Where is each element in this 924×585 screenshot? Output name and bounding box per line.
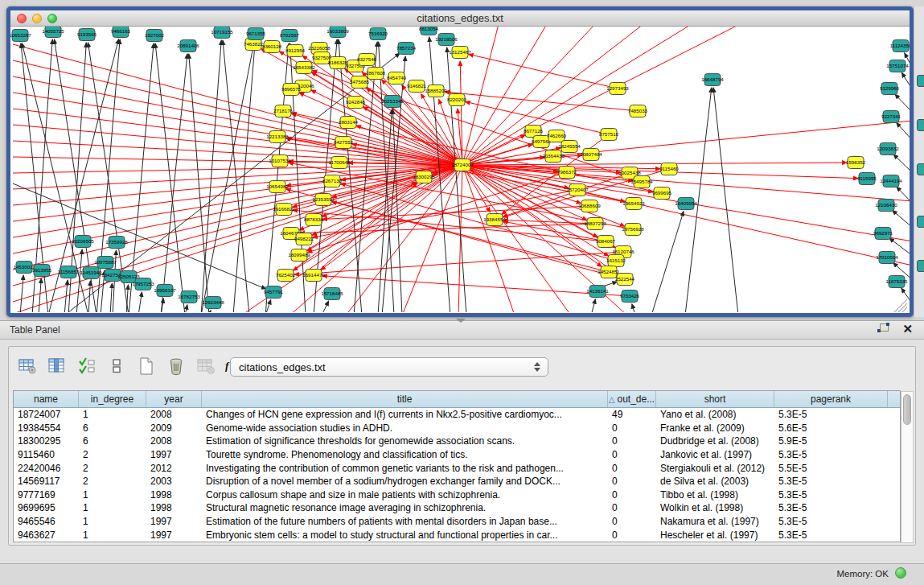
table-mode-button[interactable] [17,356,38,377]
table-cell[interactable]: Hescheler et al. (1997) [656,528,774,542]
table-cell[interactable]: Embryonic stem cells: a model to study s… [202,528,608,542]
column-header-in_degree[interactable]: in_degree [79,391,146,407]
table-cell[interactable]: 0 [608,488,656,502]
table-cell[interactable]: 0 [608,528,656,542]
table-cell[interactable]: 9465546 [14,515,79,529]
table-cell[interactable]: 1997 [146,528,202,542]
table-cell[interactable]: 18300295 [14,435,79,448]
table-cell[interactable]: 0 [608,515,656,529]
window-titlebar[interactable]: citations_edges.txt [10,10,910,27]
table-cell[interactable]: 2 [79,461,146,475]
column-header-pagerank[interactable]: pagerank [774,391,888,407]
table-cell[interactable]: Jankovic et al. (1997) [656,448,774,462]
table-cell[interactable]: 14569117 [14,475,79,488]
create-column-button[interactable] [136,356,157,377]
table-cell[interactable]: Dudbridge et al. (2008) [656,435,774,448]
row-height-button[interactable] [106,356,127,377]
column-header-out_de[interactable]: △out_de... [608,391,656,407]
table-cell[interactable]: 5.3E-5 [774,515,888,529]
table-cell[interactable]: 6 [79,422,146,435]
table-cell[interactable]: Investigating the contribution of common… [202,461,608,475]
float-panel-icon[interactable] [877,323,889,335]
table-row[interactable]: 946362711997Embryonic stem cells: a mode… [14,528,900,542]
import-table-button[interactable] [195,356,216,377]
table-cell[interactable]: Changes of HCN gene expression and I(f) … [202,408,608,422]
table-row[interactable]: 2242004622012Investigating the contribut… [14,461,900,475]
table-cell[interactable]: 5.9E-5 [774,435,888,448]
table-cell[interactable]: 0 [608,461,656,475]
table-row[interactable]: 1830029562008Estimation of significance … [14,435,900,448]
table-cell[interactable]: Franke et al. (2009) [656,422,774,435]
table-row[interactable]: 969969511998Structural magnetic resonanc… [14,501,900,515]
table-cell[interactable]: 2008 [146,408,202,422]
table-cell[interactable]: de Silva et al. (2003) [656,475,774,488]
table-cell[interactable]: 6 [79,435,146,448]
table-cell[interactable]: 1 [79,515,146,529]
table-cell[interactable]: 1998 [146,488,202,502]
table-cell[interactable]: 1998 [146,501,202,515]
table-cell[interactable]: Genome-wide association studies in ADHD. [202,422,608,435]
show-columns-button[interactable] [47,356,68,377]
table-cell[interactable]: 5.3E-5 [774,501,888,515]
table-cell[interactable]: 1 [79,501,146,515]
column-header-year[interactable]: year [146,391,202,407]
table-cell[interactable]: 0 [608,422,656,435]
table-cell[interactable]: 2009 [146,422,202,435]
table-row[interactable]: 1456911722003Disruption of a novel membe… [14,475,900,488]
network-canvas[interactable]: 1872400774638228360128891295423226058932… [10,27,910,312]
table-selector-dropdown[interactable]: citations_edges.txt [230,357,548,377]
table-cell[interactable]: 9463627 [14,528,79,542]
table-cell[interactable]: 5.3E-5 [774,528,888,542]
table-cell[interactable]: 9115460 [14,448,79,462]
table-cell[interactable]: Wolkin et al. (1998) [656,501,774,515]
table-cell[interactable]: 2008 [146,435,202,448]
table-row[interactable]: 977716911998Corpus callosum shape and si… [14,488,900,502]
table-cell[interactable]: Tibbo et al. (1998) [656,488,774,502]
table-cell[interactable]: 49 [608,408,656,422]
table-cell[interactable]: 0 [608,475,656,488]
table-row[interactable]: 1872400712008Changes of HCN gene express… [14,408,900,422]
vertical-scrollbar[interactable] [901,391,914,543]
table-cell[interactable]: Structural magnetic resonance image aver… [202,501,608,515]
table-row[interactable]: 946554611997Estimation of the future num… [14,515,900,529]
table-cell[interactable]: 1 [79,528,146,542]
table-cell[interactable]: 5.3E-5 [774,408,888,422]
column-header-short[interactable]: short [656,391,774,407]
delete-column-button[interactable] [166,356,187,377]
table-cell[interactable]: Stergiakouli et al. (2012) [656,461,774,475]
table-cell[interactable]: 2 [79,448,146,462]
select-columns-button[interactable] [76,356,97,377]
table-cell[interactable]: 1997 [146,515,202,529]
table-cell[interactable]: 9699695 [14,501,79,515]
table-cell[interactable]: 1997 [146,448,202,462]
scrollbar-thumb[interactable] [903,394,911,425]
table-cell[interactable]: 0 [608,435,656,448]
table-cell[interactable]: 2 [79,475,146,488]
table-cell[interactable]: 5.3E-5 [774,488,888,502]
table-cell[interactable]: 5.6E-5 [774,422,888,435]
table-cell[interactable]: Corpus callosum shape and size in male p… [202,488,608,502]
table-cell[interactable]: Estimation of the future numbers of pati… [202,515,608,529]
citation-network-graph[interactable]: 1872400774638228360128891295423226058932… [10,27,910,312]
table-cell[interactable]: 0 [608,501,656,515]
table-cell[interactable]: 19384554 [14,422,79,435]
table-cell[interactable]: 5.3E-5 [774,448,888,462]
table-cell[interactable]: Estimation of significance thresholds fo… [202,435,608,448]
close-panel-icon[interactable]: ✕ [902,323,913,335]
column-header-name[interactable]: name [14,391,79,407]
table-row[interactable]: 1938455462009Genome-wide association stu… [14,422,900,435]
table-cell[interactable]: Nakamura et al. (1997) [656,515,774,529]
table-row[interactable]: 911546021997Tourette syndrome. Phenomeno… [14,448,900,462]
table-cell[interactable]: Yano et al. (2008) [656,408,774,422]
table-cell[interactable]: 2003 [146,475,202,488]
table-cell[interactable]: 9777169 [14,488,79,502]
table-cell[interactable]: 18724007 [14,408,79,422]
table-cell[interactable]: 5.5E-5 [774,461,888,475]
table-cell[interactable]: Disruption of a novel member of a sodium… [202,475,608,488]
table-cell[interactable]: 1 [79,408,146,422]
panel-splitter-handle[interactable] [456,319,466,323]
table-cell[interactable]: 22420046 [14,461,79,475]
column-header-title[interactable]: title [202,391,608,407]
table-cell[interactable]: 1 [79,488,146,502]
table-cell[interactable]: 0 [608,448,656,462]
